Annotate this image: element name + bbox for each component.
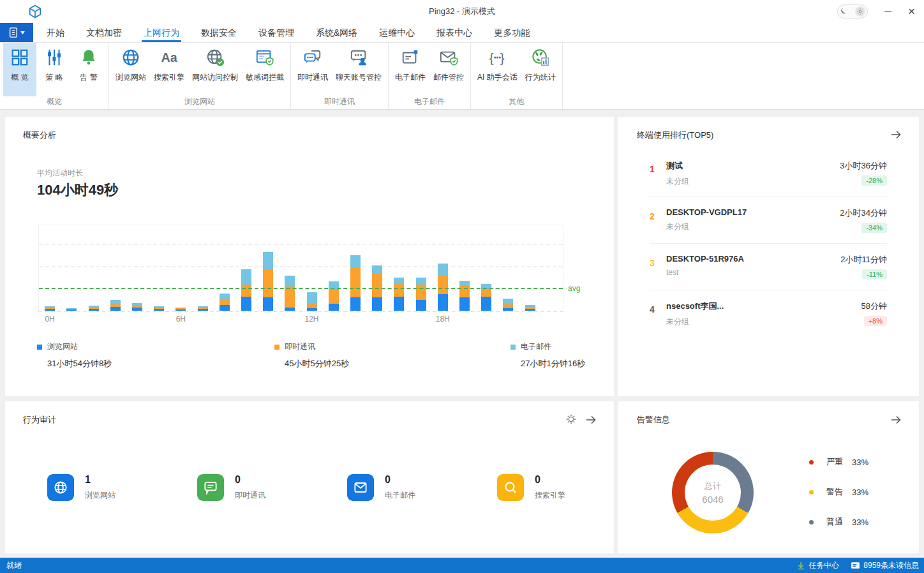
bar-hour-1 [61, 225, 82, 311]
ribbon-group-label: 电子邮件 [389, 96, 470, 107]
ribbon-group-label: 概览 [0, 96, 108, 107]
change-badge: +8% [864, 316, 887, 326]
sun-icon[interactable] [855, 6, 865, 17]
bar-hour-8 [214, 225, 235, 311]
menu-tab-more[interactable]: 更多功能 [494, 23, 530, 42]
close-button[interactable]: × [908, 0, 915, 23]
site-access-control-button[interactable]: 网站访问控制 [189, 43, 241, 96]
bar-hour-5 [148, 225, 170, 311]
audit-count: 1 [85, 474, 116, 486]
audit-item-search[interactable]: 0 搜索引擎 [497, 474, 565, 501]
menu-tab-system-network[interactable]: 系统&网络 [316, 23, 357, 42]
alert-button[interactable]: 告 警 [72, 43, 105, 96]
chat-icon [197, 474, 224, 501]
statusbar: 就绪 任务中心 8959条未读信息 [0, 558, 924, 573]
settings-gear-icon[interactable] [565, 413, 577, 425]
panel-title: 概要分析 [23, 130, 56, 141]
unread-messages-link[interactable]: 8959条未读信息 [851, 560, 919, 571]
rank-number: 1 [650, 164, 666, 174]
ribbon-group-im: 即时通讯 聊天账号管控 即时通讯 [291, 43, 389, 109]
alarm-total-label: 总计 [704, 480, 721, 492]
overview-grid-icon [9, 47, 31, 68]
bar-hour-15 [366, 225, 388, 311]
ribbon-group-label: 即时通讯 [291, 96, 388, 107]
legend-swatch [274, 345, 279, 350]
rank-number: 3 [650, 258, 666, 268]
bar-hour-2 [82, 225, 104, 311]
bar-hour-4 [126, 225, 148, 311]
x-axis-tick: 0H [45, 315, 54, 324]
chart-legend: 浏览网站 31小时54分钟8秒 即时通讯 45小时5分钟25秒 电子邮件 27小… [5, 341, 614, 380]
legend-value: 27小时1分钟16秒 [521, 358, 585, 369]
menu-tab-doc-encrypt[interactable]: 文档加密 [86, 23, 122, 42]
x-axis-tick: 18H [436, 315, 450, 324]
menubar: 开始 文档加密 上网行为 数据安全 设备管理 系统&网络 运维中心 报表中心 更… [0, 23, 924, 43]
alarm-donut-center: 总计 6046 [685, 465, 741, 521]
mail-control-button[interactable]: 邮件管控 [430, 43, 467, 96]
chat-account-control-icon [348, 47, 369, 68]
bar-hour-23 [541, 225, 563, 311]
audit-item-email[interactable]: 0 电子邮件 [347, 474, 415, 501]
im-button[interactable]: 即时通讯 [294, 43, 331, 96]
bar-hour-10 [257, 225, 279, 311]
bar-hour-20 [475, 225, 497, 311]
task-center-link[interactable]: 任务中心 [796, 560, 839, 571]
panel-title: 告警信息 [637, 414, 670, 426]
audit-count: 0 [535, 474, 565, 486]
terminal-rank-row[interactable]: 4 nsecsoft李国... 未分组 58分钟 +8% [650, 290, 887, 336]
menu-tab-internet-behavior[interactable]: 上网行为 [144, 23, 179, 42]
legend-value: 31小时54分钟8秒 [47, 358, 112, 369]
terminal-name: DESKTOP-VGDPL17 [666, 207, 747, 217]
terminal-ranking-panel: 终端使用排行(TOP5) 1 测试 未分组 3小时36分钟 -28% 2 DES… [618, 117, 919, 396]
usage-duration: 2小时11分钟 [840, 254, 887, 265]
usage-duration: 3小时36分钟 [840, 160, 887, 172]
audit-item-browse[interactable]: 1 浏览网站 [47, 474, 116, 501]
minimize-button[interactable]: ─ [884, 0, 891, 23]
rank-number: 2 [650, 211, 666, 221]
browse-website-button[interactable]: 浏览网站 [112, 43, 149, 96]
overview-button[interactable]: 概 览 [3, 43, 36, 96]
behavior-stats-button[interactable]: 行为统计 [522, 43, 559, 96]
email-button[interactable]: 电子邮件 [392, 43, 429, 96]
menu-tab-device-mgmt[interactable]: 设备管理 [258, 23, 294, 42]
search-engine-aa-icon: Aa [158, 47, 180, 68]
ribbon-group-label: 浏览网站 [109, 96, 290, 107]
terminal-group: 未分组 [666, 221, 747, 232]
menu-tab-ops-center[interactable]: 运维中心 [379, 23, 415, 42]
policy-button[interactable]: 策 略 [38, 43, 71, 96]
ai-assistant-button[interactable]: { } AI 助手会话 [474, 43, 521, 96]
search-engine-button[interactable]: Aa 搜索引擎 [151, 43, 188, 96]
main-content: 概要分析 平均活动时长 104小时49秒 avg 0H6H12H18H 浏览网站… [0, 110, 924, 558]
terminal-rank-row[interactable]: 2 DESKTOP-VGDPL17 未分组 2小时34分钟 -34% [650, 197, 887, 243]
audit-item-im[interactable]: 0 即时通讯 [197, 474, 265, 501]
download-arrow-icon [796, 561, 805, 570]
ribbon-group-email: 电子邮件 邮件管控 电子邮件 [389, 43, 471, 109]
search-icon [497, 474, 524, 501]
alarm-legend-critical: 严重 33% [809, 456, 868, 468]
terminal-group: 未分组 [666, 176, 689, 187]
overview-panel: 概要分析 平均活动时长 104小时49秒 avg 0H6H12H18H 浏览网站… [5, 117, 614, 396]
usage-duration: 58分钟 [861, 301, 887, 312]
avg-activity-value: 104小时49秒 [37, 181, 118, 200]
menu-tab-data-security[interactable]: 数据安全 [201, 23, 237, 42]
moon-icon[interactable] [840, 7, 849, 16]
more-arrow-icon[interactable] [890, 128, 902, 141]
more-arrow-icon[interactable] [890, 413, 902, 426]
app-menu-button[interactable] [0, 23, 33, 42]
bar-hour-17 [410, 225, 431, 311]
message-icon [851, 562, 860, 570]
behavior-stats-icon [530, 47, 551, 68]
menu-tab-start[interactable]: 开始 [47, 23, 64, 42]
ribbon-toolbar: 概 览 策 略 告 警 [0, 43, 924, 110]
more-arrow-icon[interactable] [585, 413, 597, 426]
terminal-rank-row[interactable]: 3 DESKTOP-51R976A test 2小时11分钟 -11% [650, 243, 887, 290]
alarm-legend-normal: 普通 33% [809, 516, 868, 528]
chat-account-control-button[interactable]: 聊天账号管控 [332, 43, 385, 96]
terminal-rank-row[interactable]: 1 测试 未分组 3小时36分钟 -28% [650, 150, 887, 197]
bar-hour-11 [279, 225, 301, 311]
menu-tab-report-center[interactable]: 报表中心 [436, 23, 472, 42]
x-axis-tick: 12H [305, 315, 319, 324]
sensitive-word-block-button[interactable]: 敏感词拦截 [242, 43, 287, 96]
legend-email: 电子邮件 27小时1分钟16秒 [510, 341, 585, 369]
theme-toggle[interactable] [837, 4, 868, 19]
